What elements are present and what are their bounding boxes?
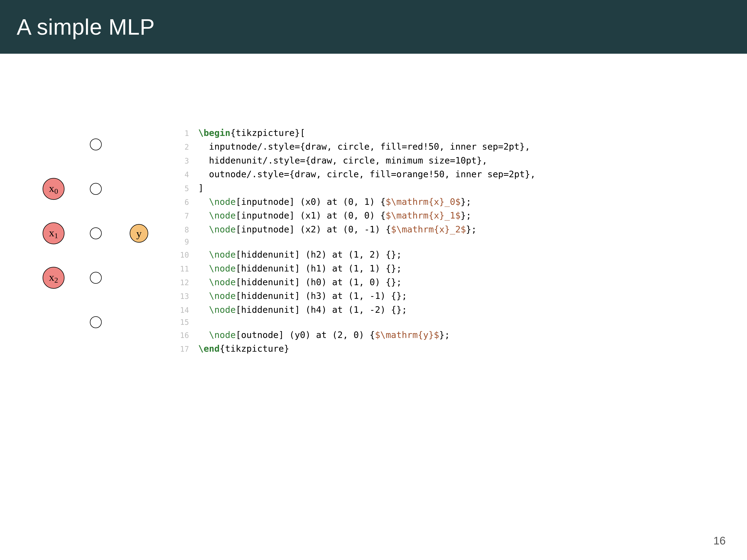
code-text: hiddenunit/.style={draw, circle, minimum… — [198, 154, 487, 167]
code-text: \begin{tikzpicture}[ — [198, 126, 305, 140]
code-text: \node[hiddenunit] (h0) at (1, 0) {}; — [198, 275, 402, 289]
code-text: \end{tikzpicture} — [198, 342, 289, 355]
code-text: inputnode/.style={draw, circle, fill=red… — [198, 140, 530, 153]
line-number: 10 — [165, 249, 198, 261]
line-number: 6 — [165, 196, 198, 208]
line-number: 4 — [165, 169, 198, 180]
line-number: 11 — [165, 263, 198, 275]
code-line: 16 \node[outnode] (y0) at (2, 0) {$\math… — [165, 328, 725, 342]
code-text: \node[hiddenunit] (h4) at (1, -2) {}; — [198, 303, 407, 317]
code-text: \node[inputnode] (x2) at (0, -1) {$\math… — [198, 222, 477, 236]
mlp-diagram: x0 x1 x2 y — [39, 126, 165, 352]
code-line: 11 \node[hiddenunit] (h1) at (1, 1) {}; — [165, 262, 725, 275]
line-number: 17 — [165, 343, 198, 355]
code-text: outnode/.style={draw, circle, fill=orang… — [198, 167, 536, 181]
line-number: 8 — [165, 224, 198, 236]
output-node-label: y — [136, 227, 142, 240]
code-text: \node[inputnode] (x1) at (0, 0) {$\mathr… — [198, 209, 471, 222]
code-column: 1\begin{tikzpicture}[2 inputnode/.style=… — [165, 126, 725, 355]
input-node-label: x1 — [49, 226, 58, 240]
code-line: 1\begin{tikzpicture}[ — [165, 126, 725, 140]
output-node-y: y — [130, 224, 148, 243]
line-number: 7 — [165, 210, 198, 222]
code-line: 13 \node[hiddenunit] (h3) at (1, -1) {}; — [165, 289, 725, 302]
code-text: \node[outnode] (y0) at (2, 0) {$\mathrm{… — [198, 328, 450, 342]
code-line: 14 \node[hiddenunit] (h4) at (1, -2) {}; — [165, 303, 725, 317]
line-number: 12 — [165, 277, 198, 288]
input-node-label: x2 — [49, 271, 58, 285]
code-text: ] — [198, 181, 204, 195]
code-line: 7 \node[inputnode] (x1) at (0, 0) {$\mat… — [165, 209, 725, 222]
code-text: \node[hiddenunit] (h1) at (1, 1) {}; — [198, 262, 402, 275]
page-number: 16 — [713, 534, 726, 547]
line-number: 1 — [165, 128, 198, 139]
title-bar: A simple MLP — [0, 0, 747, 54]
code-line: 10 \node[hiddenunit] (h2) at (1, 2) {}; — [165, 247, 725, 261]
code-line: 9 — [165, 236, 725, 247]
line-number: 3 — [165, 155, 198, 167]
code-line: 4 outnode/.style={draw, circle, fill=ora… — [165, 167, 725, 181]
code-listing: 1\begin{tikzpicture}[2 inputnode/.style=… — [165, 126, 725, 355]
code-line: 8 \node[inputnode] (x2) at (0, -1) {$\ma… — [165, 222, 725, 236]
hidden-node — [90, 228, 102, 239]
code-line: 2 inputnode/.style={draw, circle, fill=r… — [165, 140, 725, 153]
line-number: 9 — [165, 236, 198, 247]
line-number: 5 — [165, 183, 198, 194]
input-node-x0: x0 — [43, 178, 65, 200]
hidden-node — [90, 272, 102, 284]
hidden-node — [90, 183, 102, 195]
code-line: 5] — [165, 181, 725, 195]
code-text: \node[hiddenunit] (h2) at (1, 2) {}; — [198, 247, 402, 261]
input-node-x1: x1 — [43, 222, 65, 244]
code-text: \node[inputnode] (x0) at (0, 1) {$\mathr… — [198, 195, 471, 209]
input-node-label: x0 — [49, 182, 58, 195]
line-number: 16 — [165, 330, 198, 341]
hidden-node — [90, 316, 102, 328]
code-text: \node[hiddenunit] (h3) at (1, -1) {}; — [198, 289, 407, 302]
code-line: 15 — [165, 317, 725, 328]
code-line: 12 \node[hiddenunit] (h0) at (1, 0) {}; — [165, 275, 725, 289]
line-number: 14 — [165, 304, 198, 316]
line-number: 13 — [165, 291, 198, 302]
input-node-x2: x2 — [43, 267, 65, 289]
hidden-node — [90, 138, 102, 150]
code-line: 3 hiddenunit/.style={draw, circle, minim… — [165, 154, 725, 167]
slide-content: x0 x1 x2 y 1\begin{tikzpicture}[2 inputn… — [39, 126, 725, 355]
slide-title: A simple MLP — [17, 14, 155, 39]
code-line: 17\end{tikzpicture} — [165, 342, 725, 355]
line-number: 2 — [165, 141, 198, 153]
line-number: 15 — [165, 317, 198, 328]
code-line: 6 \node[inputnode] (x0) at (0, 1) {$\mat… — [165, 195, 725, 209]
